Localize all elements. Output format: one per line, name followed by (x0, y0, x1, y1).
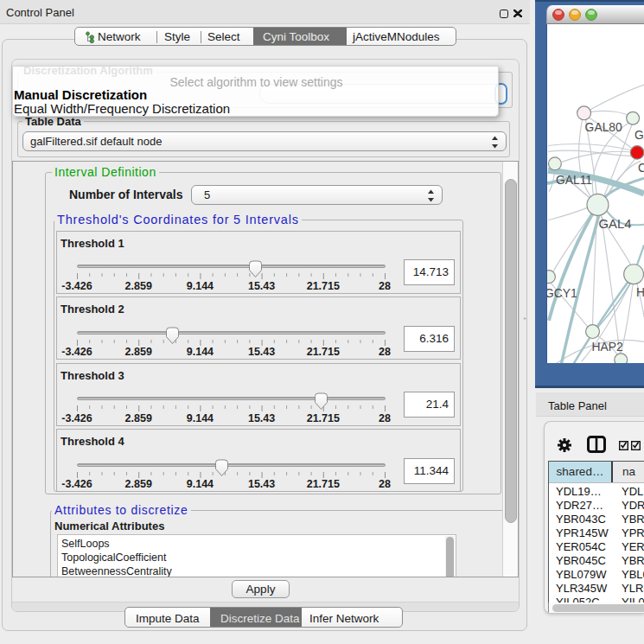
svg-text:HAP2: HAP2 (592, 340, 623, 354)
svg-text:GA: GA (634, 128, 644, 142)
svg-text:GAL4: GAL4 (598, 217, 631, 231)
svg-text:HI: HI (636, 285, 644, 299)
svg-text:GAL11: GAL11 (556, 173, 592, 187)
svg-text:CY: CY (638, 161, 644, 175)
svg-text:GCY1: GCY1 (546, 286, 577, 300)
svg-text:GAL80: GAL80 (585, 120, 622, 134)
